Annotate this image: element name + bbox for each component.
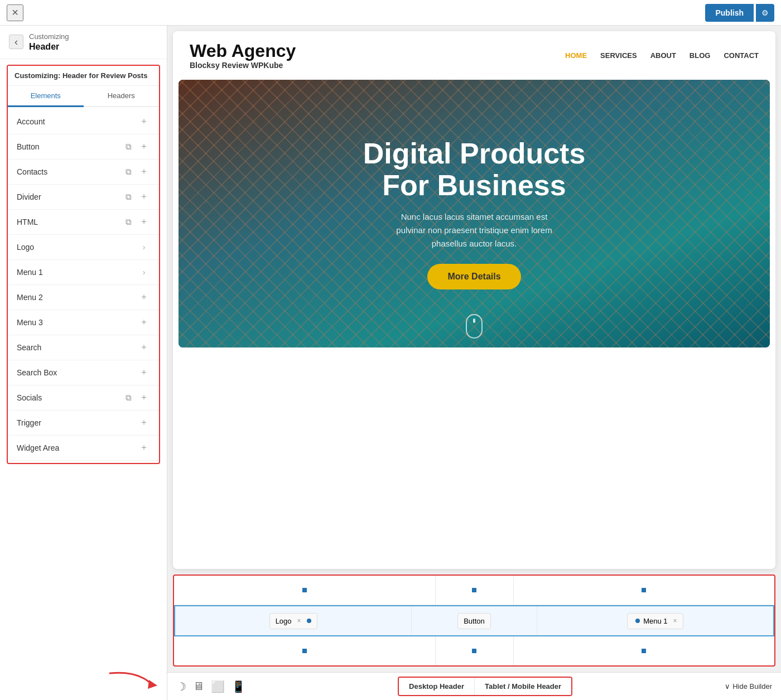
preview-area: Web Agency Blocksy Review WPKube HOME SE… — [167, 26, 781, 575]
builder-cell[interactable] — [174, 636, 436, 665]
element-label: Button — [464, 617, 485, 625]
close-button[interactable]: × — [7, 4, 23, 21]
copy-icon[interactable]: ⧉ — [122, 141, 134, 153]
element-label: Logo — [276, 617, 292, 625]
add-icon[interactable]: ＋ — [138, 216, 150, 228]
publish-button[interactable]: Publish — [705, 4, 754, 22]
add-icon[interactable]: ＋ — [138, 141, 150, 153]
list-item[interactable]: Search Box ＋ — [8, 360, 159, 385]
builder-cell-logo[interactable]: Logo × — [175, 606, 412, 635]
add-icon[interactable]: ＋ — [138, 191, 150, 203]
site-subtitle: Blocksy Review WPKube — [190, 61, 296, 70]
builder-cell[interactable] — [514, 576, 775, 605]
desktop-icon[interactable]: 🖥 — [193, 680, 204, 693]
builder-element-logo[interactable]: Logo × — [269, 613, 317, 629]
copy-icon[interactable]: ⧉ — [122, 216, 134, 228]
tab-tablet-mobile-header[interactable]: Tablet / Mobile Header — [474, 678, 571, 695]
add-indicator — [635, 619, 640, 623]
settings-button[interactable]: ⚙ — [756, 4, 774, 22]
builder-cell[interactable] — [514, 636, 775, 665]
remove-element-icon[interactable]: × — [297, 617, 301, 625]
builder-row-main: Logo × Button Menu 1 × — [174, 605, 774, 636]
top-bar: × Publish ⚙ — [0, 0, 781, 26]
tab-desktop-header[interactable]: Desktop Header — [399, 678, 474, 695]
back-button[interactable]: ‹ — [9, 35, 23, 49]
builder-cell-menu[interactable]: Menu 1 × — [537, 606, 773, 635]
customizing-label: Customizing: Header for Review Posts — [8, 66, 159, 86]
tab-elements[interactable]: Elements — [8, 86, 84, 107]
list-item[interactable]: Contacts ⧉ ＋ — [8, 160, 159, 185]
nav-item-services[interactable]: SERVICES — [600, 51, 637, 60]
site-title: Web Agency — [190, 41, 296, 61]
hero-section: Digital Products For Business Nunc lacus… — [179, 80, 770, 347]
list-item[interactable]: Trigger ＋ — [8, 411, 159, 436]
add-icon[interactable]: ＋ — [138, 442, 150, 454]
tab-headers[interactable]: Headers — [84, 86, 160, 107]
hero-cta-button[interactable]: More Details — [427, 264, 520, 289]
site-branding: Web Agency Blocksy Review WPKube — [190, 41, 296, 70]
add-icon[interactable]: ＋ — [138, 392, 150, 404]
hero-content: Digital Products For Business Nunc lacus… — [352, 127, 597, 301]
copy-icon[interactable]: ⧉ — [122, 166, 134, 178]
builder-element-menu1[interactable]: Menu 1 × — [627, 613, 683, 629]
bottom-bar: ☽ 🖥 ⬜ 📱 Desktop Header Tablet / Mobile H… — [167, 672, 781, 700]
element-label: Menu 1 — [643, 617, 667, 625]
drop-indicator — [302, 649, 307, 653]
list-item[interactable]: Menu 1 › — [8, 260, 159, 285]
drop-indicator — [472, 588, 476, 592]
add-indicator — [307, 619, 311, 623]
drop-indicator — [302, 588, 307, 592]
add-icon[interactable]: ＋ — [138, 115, 150, 128]
add-icon[interactable]: ＋ — [138, 166, 150, 178]
list-item[interactable]: Divider ⧉ ＋ — [8, 185, 159, 210]
nav-item-about[interactable]: ABOUT — [650, 51, 676, 60]
remove-element-icon[interactable]: × — [673, 617, 677, 625]
nav-item-contact[interactable]: CONTACT — [724, 51, 759, 60]
builder-cell[interactable] — [436, 576, 514, 605]
annotation-arrow — [0, 663, 167, 700]
add-icon[interactable]: ＋ — [138, 417, 150, 429]
mobile-icon[interactable]: 📱 — [232, 680, 245, 693]
list-item[interactable]: Menu 3 ＋ — [8, 310, 159, 335]
list-item[interactable]: Menu 2 ＋ — [8, 285, 159, 310]
sidebar: ‹ Customizing Header Customizing: Header… — [0, 26, 167, 700]
add-icon[interactable]: ＋ — [138, 291, 150, 303]
tablet-icon[interactable]: ⬜ — [211, 680, 225, 693]
builder-cell[interactable] — [436, 636, 514, 665]
list-item[interactable]: Socials ⧉ ＋ — [8, 385, 159, 411]
site-header: Web Agency Blocksy Review WPKube HOME SE… — [173, 31, 775, 80]
drop-indicator — [642, 588, 646, 592]
site-nav: HOME SERVICES ABOUT BLOG CONTACT — [565, 51, 759, 60]
list-item[interactable]: Logo › — [8, 235, 159, 260]
drop-indicator — [472, 649, 476, 653]
add-icon[interactable]: ＋ — [138, 316, 150, 329]
list-item[interactable]: Account ＋ — [8, 109, 159, 134]
builder-row-top — [174, 576, 774, 605]
view-tabs: Desktop Header Tablet / Mobile Header — [398, 677, 572, 696]
customizing-box: Customizing: Header for Review Posts Ele… — [7, 65, 160, 464]
content-area: Web Agency Blocksy Review WPKube HOME SE… — [167, 26, 781, 700]
drop-indicator — [642, 649, 646, 653]
builder-row-bottom — [174, 636, 774, 665]
builder-cell[interactable] — [174, 576, 436, 605]
builder-element-button[interactable]: Button — [457, 613, 491, 629]
list-item[interactable]: Button ⧉ ＋ — [8, 134, 159, 160]
list-item[interactable]: Search ＋ — [8, 335, 159, 360]
list-item[interactable]: Widget Area ＋ — [8, 436, 159, 461]
main-layout: ‹ Customizing Header Customizing: Header… — [0, 26, 781, 700]
add-icon[interactable]: ＋ — [138, 341, 150, 354]
add-icon[interactable]: ＋ — [138, 366, 150, 379]
scroll-indicator — [466, 314, 483, 339]
svg-marker-0 — [148, 680, 157, 689]
nav-item-blog[interactable]: BLOG — [690, 51, 711, 60]
chevron-right-icon[interactable]: › — [138, 241, 150, 253]
copy-icon[interactable]: ⧉ — [122, 191, 134, 203]
theme-icon[interactable]: ☽ — [176, 680, 186, 693]
builder-cell-button[interactable]: Button — [412, 606, 537, 635]
nav-item-home[interactable]: HOME — [565, 51, 587, 60]
copy-icon[interactable]: ⧉ — [122, 392, 134, 404]
breadcrumb-parent: Customizing — [29, 32, 69, 41]
hide-builder-button[interactable]: ∨ Hide Builder — [725, 682, 772, 691]
list-item[interactable]: HTML ⧉ ＋ — [8, 210, 159, 235]
chevron-right-icon[interactable]: › — [138, 266, 150, 278]
